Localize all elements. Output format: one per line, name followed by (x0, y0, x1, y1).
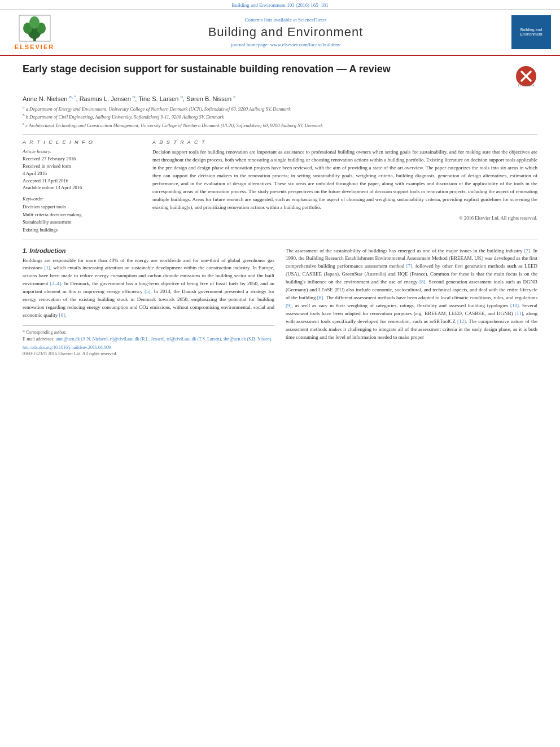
abstract-text: Decision support tools for building reno… (152, 148, 537, 212)
ref-5: [5] (145, 289, 151, 294)
abstract-label: A B S T R A C T (152, 139, 537, 145)
keyword-2: Multi-criteria decision-making (23, 211, 141, 219)
keyword-4: Existing buildings (23, 226, 141, 234)
email-footnote: E-mail addresses: anni@ucn.dk (A.N. Niel… (23, 336, 274, 343)
intro-left-col: 1. Introduction Buildings are responsibl… (23, 247, 274, 357)
contents-line: Contents lists available at ScienceDirec… (60, 17, 511, 23)
journal-header-center: Contents lists available at ScienceDirec… (60, 17, 511, 47)
ref-2-4: [2–4] (50, 281, 62, 286)
introduction-section: 1. Introduction Buildings are responsibl… (23, 247, 537, 357)
ref-7a: [7] (524, 248, 531, 254)
footnote-section: * Corresponding author. E-mail addresses… (23, 325, 274, 343)
authors: Anne N. Nielsen a, *, Rasmus L. Jensen b… (23, 94, 537, 102)
doi-line: http://dx.doi.org/10.1016/j.buildenv.201… (23, 345, 274, 350)
history-label: Article history: (23, 148, 141, 154)
affiliations: a a Department of Energy and Environment… (23, 104, 537, 129)
issn-line: 0360-1323/© 2016 Elsevier Ltd. All right… (23, 351, 274, 356)
intro-right-col: The assessment of the sustainability of … (286, 247, 537, 357)
journal-header: ELSEVIER Contents lists available at Sci… (0, 10, 560, 56)
ref-6: [6] (59, 312, 65, 318)
article-history: Article history: Received 27 February 20… (23, 148, 141, 191)
ref-8b: [8] (317, 295, 323, 300)
divider-2 (23, 239, 537, 239)
ref-1: [1] (45, 265, 51, 270)
intro-left-text: Buildings are responsible for more than … (23, 257, 274, 320)
elsevier-logo: ELSEVIER (9, 14, 60, 50)
intro-two-col: 1. Introduction Buildings are responsibl… (23, 247, 537, 357)
ref-11: [11] (515, 311, 523, 316)
article-info-abstract: A R T I C L E I N F O Article history: R… (23, 139, 537, 234)
received-revised-label: Received in revised form (23, 163, 141, 170)
keywords-section: Keywords: Decision support tools Multi-c… (23, 196, 141, 234)
article-title-section: Early stage decision support for sustain… (23, 63, 537, 90)
available-date: Available online 13 April 2016 (23, 184, 141, 191)
journal-title: Building and Environment (60, 25, 511, 40)
abstract-col: A B S T R A C T Decision support tools f… (152, 139, 537, 234)
sciencedirect-link[interactable]: ScienceDirect (298, 17, 326, 23)
revised-date: 4 April 2016 (23, 170, 141, 177)
svg-text:CrossMark: CrossMark (518, 84, 535, 87)
email-list: anni@ucn.dk (A.N. Nielsen), rlj@civil.aa… (56, 337, 273, 342)
crossmark-icon: CrossMark (515, 65, 537, 88)
corresponding-author: * Corresponding author. (23, 329, 274, 336)
journal-homepage-link[interactable]: www.elsevier.com/locate/buildenv (270, 42, 340, 47)
article-info-label: A R T I C L E I N F O (23, 139, 141, 145)
article-info-col: A R T I C L E I N F O Article history: R… (23, 139, 141, 234)
keyword-1: Decision support tools (23, 203, 141, 211)
ref-9: [9] (286, 303, 292, 308)
elsevier-label: ELSEVIER (15, 43, 54, 50)
copyright: © 2016 Elsevier Ltd. All rights reserved… (152, 215, 537, 221)
elsevier-tree-icon (16, 14, 53, 42)
ref-12: [12] (457, 318, 466, 324)
ref-8a: [8] (419, 279, 426, 285)
received-date: Received 27 February 2016 (23, 155, 141, 163)
intro-heading: 1. Introduction (23, 247, 274, 254)
svg-point-4 (29, 16, 40, 29)
keywords-label: Keywords: (23, 196, 141, 202)
keyword-3: Sustainability assessment (23, 219, 141, 226)
divider-1 (23, 134, 537, 135)
intro-right-text: The assessment of the sustainability of … (286, 247, 537, 342)
accepted-date: Accepted 11 April 2016 (23, 177, 141, 185)
ref-7b: [7] (406, 263, 413, 269)
journal-citation: Building and Environment 103 (2016) 165–… (0, 0, 560, 10)
ref-10: [10] (510, 303, 519, 308)
journal-logo-right: Building and Environment (511, 15, 551, 49)
article-title: Early stage decision support for sustain… (23, 63, 391, 76)
journal-homepage: journal homepage: www.elsevier.com/locat… (60, 42, 511, 47)
main-content: Early stage decision support for sustain… (0, 56, 560, 363)
